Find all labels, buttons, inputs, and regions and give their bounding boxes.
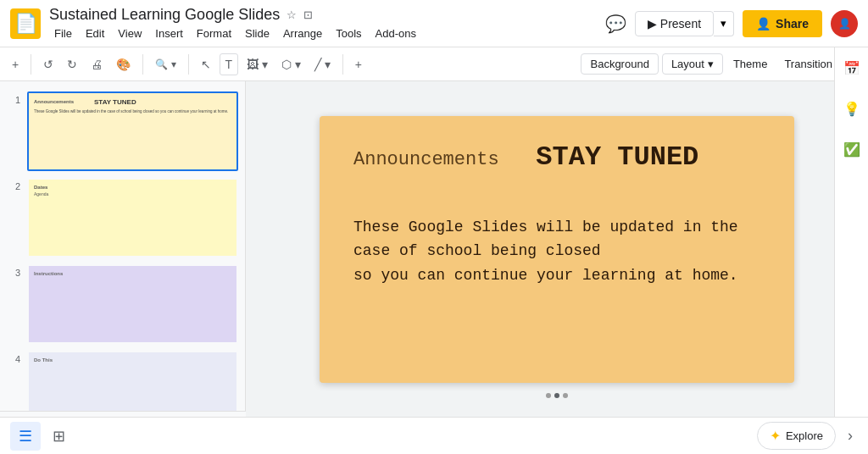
slide-thumb-inner-1: Announcements STAY TUNED These Google Sl… xyxy=(29,93,236,169)
image-tool[interactable]: 🖼 ▾ xyxy=(242,54,273,75)
bottom-bar: ☰ ⊞ ✦ Explore › xyxy=(0,417,868,454)
menu-view[interactable]: View xyxy=(113,25,147,42)
menu-arrange[interactable]: Arrange xyxy=(278,25,327,42)
bottom-right: ✦ Explore › xyxy=(757,422,858,450)
menu-slide[interactable]: Slide xyxy=(240,25,275,42)
text-tool[interactable]: T xyxy=(220,53,239,75)
toolbar: + ↺ ↻ 🖨 🎨 🔍 ▾ ↖ T 🖼 ▾ ⬡ ▾ ╱ ▾ + Backgrou… xyxy=(0,47,868,81)
present-dropdown[interactable]: ▾ xyxy=(714,11,734,36)
menu-file[interactable]: File xyxy=(49,25,77,42)
right-sidebar: 📅 💡 ✅ xyxy=(834,47,868,420)
layout-label: Layout xyxy=(671,58,704,70)
title-bar: Sustained Learning Google Slides ☆ ⊡ Fil… xyxy=(0,0,868,47)
more-button[interactable]: + xyxy=(350,54,367,75)
thumb-sub-2: Agenda xyxy=(34,191,231,197)
list-item[interactable]: 2 Dates Agenda xyxy=(0,174,245,261)
slide-number-2: 2 xyxy=(7,181,20,191)
grid-view-button-bottom[interactable]: ⊞ xyxy=(44,422,74,451)
divider-2 xyxy=(142,54,143,75)
drive-icon[interactable]: ⊡ xyxy=(303,8,313,21)
explore-star-icon: ✦ xyxy=(770,428,781,444)
explore-button[interactable]: ✦ Explore xyxy=(757,422,836,450)
thumb-2-content: Dates Agenda xyxy=(29,180,236,202)
thumb-label-2: Dates xyxy=(34,185,231,190)
shape-tool[interactable]: ⬡ ▾ xyxy=(276,54,306,75)
slide-number-4: 4 xyxy=(7,354,20,364)
slide-number-3: 3 xyxy=(7,268,20,278)
share-button[interactable]: 👤 Share xyxy=(743,10,822,37)
undo-button[interactable]: ↺ xyxy=(38,54,58,75)
thumb-stay-1: STAY TUNED xyxy=(94,98,136,106)
menu-edit[interactable]: Edit xyxy=(81,25,109,42)
dot-1 xyxy=(546,393,551,398)
divider-1 xyxy=(31,54,31,75)
present-label: Present xyxy=(660,17,701,30)
slide-thumb-3[interactable]: Instructions xyxy=(27,264,238,344)
line-tool[interactable]: ╱ ▾ xyxy=(309,54,336,75)
thumb-label-4: Do This xyxy=(34,357,231,363)
dot-3 xyxy=(563,393,568,398)
canvas-stay-tuned[interactable]: STAY TUNED xyxy=(536,141,698,173)
slide-panel: 1 Announcements STAY TUNED These Google … xyxy=(0,81,246,454)
title-info: Sustained Learning Google Slides ☆ ⊡ Fil… xyxy=(49,6,605,42)
main-content: 1 Announcements STAY TUNED These Google … xyxy=(0,81,868,454)
canvas-body[interactable]: These Google Slides will be updated in t… xyxy=(353,215,760,288)
canvas-dots xyxy=(546,393,568,398)
layout-button[interactable]: Layout ▾ xyxy=(662,53,723,75)
canvas-area[interactable]: Announcements STAY TUNED These Google Sl… xyxy=(246,81,868,417)
dot-2 xyxy=(554,393,559,398)
share-icon: 👤 xyxy=(756,17,771,30)
share-label: Share xyxy=(776,17,809,30)
add-button[interactable]: + xyxy=(7,54,24,75)
transition-button[interactable]: Transition xyxy=(777,54,839,74)
menu-addons[interactable]: Add-ons xyxy=(370,25,421,42)
comment-button[interactable]: 💬 xyxy=(605,14,626,34)
avatar: 👤 xyxy=(831,10,858,37)
checkmark-icon[interactable]: ✅ xyxy=(838,136,865,163)
doc-title[interactable]: Sustained Learning Google Slides xyxy=(49,6,280,24)
right-panel: Announcements STAY TUNED These Google Sl… xyxy=(246,81,868,454)
background-button[interactable]: Background xyxy=(581,53,658,75)
explore-label: Explore xyxy=(786,429,823,442)
canvas-body-line1: These Google Slides will be updated in t… xyxy=(353,219,738,260)
slide-thumb-inner-3: Instructions xyxy=(29,266,236,342)
menu-format[interactable]: Format xyxy=(192,25,236,42)
print-button[interactable]: 🖨 xyxy=(86,54,108,75)
thumb-1-content: Announcements STAY TUNED These Google Sl… xyxy=(29,93,236,119)
select-tool[interactable]: ↖ xyxy=(196,54,216,75)
view-toggle: ☰ ⊞ xyxy=(10,422,74,451)
canvas-body-line2: so you can continue your learning at hom… xyxy=(353,267,738,284)
divider-4 xyxy=(342,54,343,75)
thumb-3-content: Instructions xyxy=(29,266,236,281)
redo-button[interactable]: ↻ xyxy=(62,54,82,75)
list-item[interactable]: 3 Instructions xyxy=(0,261,245,347)
thumb-label-3: Instructions xyxy=(34,271,231,276)
divider-3 xyxy=(188,54,189,75)
slide-thumb-2[interactable]: Dates Agenda xyxy=(27,178,238,257)
slide-thumb-inner-2: Dates Agenda xyxy=(29,180,236,256)
menu-bar: File Edit View Insert Format Slide Arran… xyxy=(49,25,605,42)
star-icon[interactable]: ☆ xyxy=(287,8,297,21)
calendar-icon[interactable]: 📅 xyxy=(838,54,865,81)
list-view-button[interactable]: ☰ xyxy=(10,422,41,451)
doc-icon xyxy=(10,8,41,39)
thumb-title-1: Announcements xyxy=(34,99,74,104)
tasks-icon[interactable]: 💡 xyxy=(838,95,865,122)
slide-canvas[interactable]: Announcements STAY TUNED These Google Sl… xyxy=(320,116,794,383)
present-button[interactable]: ▶ Present xyxy=(635,11,714,36)
list-item[interactable]: 1 Announcements STAY TUNED These Google … xyxy=(0,88,245,174)
theme-button[interactable]: Theme xyxy=(726,54,774,74)
canvas-announcements[interactable]: Announcements xyxy=(353,149,499,170)
menu-tools[interactable]: Tools xyxy=(331,25,366,42)
slide-thumb-1[interactable]: Announcements STAY TUNED These Google Sl… xyxy=(27,91,238,171)
present-icon: ▶ xyxy=(648,17,657,30)
next-slide-button[interactable]: › xyxy=(843,422,858,450)
slide-number-1: 1 xyxy=(7,95,20,105)
thumb-4-content: Do This xyxy=(29,352,236,368)
title-actions: 💬 ▶ Present ▾ 👤 Share 👤 xyxy=(605,10,858,37)
thumb-body-1: These Google Slides will be updated in t… xyxy=(34,109,231,114)
canvas-header: Announcements STAY TUNED xyxy=(353,141,760,173)
zoom-button[interactable]: 🔍 ▾ xyxy=(150,55,181,74)
paint-format-button[interactable]: 🎨 xyxy=(111,54,136,75)
menu-insert[interactable]: Insert xyxy=(150,25,188,42)
